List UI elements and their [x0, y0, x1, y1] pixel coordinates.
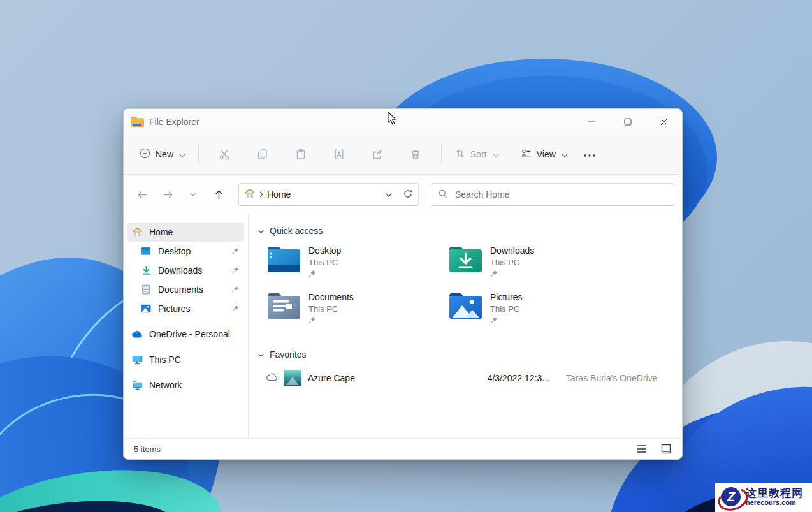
search-box[interactable]: [431, 183, 674, 206]
section-header-favorites[interactable]: Favorites: [257, 349, 676, 360]
sidebar-item-label: Downloads: [158, 265, 226, 275]
sidebar-item-label: This PC: [149, 355, 240, 365]
breadcrumb-location[interactable]: Home: [267, 189, 291, 200]
desktop-icon: [140, 245, 152, 257]
onedrive-icon: [131, 328, 143, 340]
quick-access-grid: Desktop This PC: [263, 238, 676, 332]
section-title: Favorites: [270, 349, 307, 360]
sidebar-item-documents[interactable]: Documents: [127, 280, 244, 299]
tile-name: Pictures: [490, 292, 523, 302]
address-bar[interactable]: Home: [238, 183, 419, 206]
watermark-site-name: 这里教程网: [746, 488, 803, 499]
pin-icon: [232, 246, 239, 256]
thispc-icon: [131, 354, 143, 365]
sidebar-item-thispc[interactable]: This PC: [127, 350, 244, 369]
file-date-modified: 4/3/2022 12:3...: [481, 373, 549, 383]
home-icon: [244, 188, 256, 201]
tile-desktop[interactable]: Desktop This PC: [263, 238, 444, 285]
downloads-folder-icon: [448, 244, 483, 274]
new-button-label: New: [156, 149, 173, 159]
chevron-down-icon[interactable]: [257, 349, 265, 360]
tile-name: Downloads: [490, 245, 534, 256]
minimize-button[interactable]: [573, 109, 609, 135]
sidebar-item-desktop[interactable]: Desktop: [127, 242, 244, 261]
tile-documents[interactable]: Documents This PC: [263, 285, 444, 332]
pin-icon: [490, 269, 534, 279]
watermark-badge: Z 这里教程网 herecours.com: [715, 483, 812, 512]
recent-locations-chevron[interactable]: [182, 184, 204, 205]
sidebar-item-home[interactable]: Home: [127, 223, 244, 242]
tile-location: This PC: [308, 258, 341, 267]
sidebar-item-label: Home: [149, 227, 240, 237]
search-icon: [438, 189, 448, 201]
documents-folder-icon: [266, 291, 301, 320]
address-dropdown-chevron[interactable]: [385, 189, 393, 200]
toolbar-separator: [441, 145, 442, 164]
up-button[interactable]: [208, 184, 229, 205]
pin-icon: [308, 316, 354, 326]
file-source: Taras Buria's OneDrive: [566, 373, 673, 383]
file-row-azure-cape[interactable]: Azure Cape 4/3/2022 12:3... Taras Buria'…: [263, 367, 676, 389]
home-icon: [131, 226, 143, 238]
sidebar-item-network[interactable]: Network: [127, 376, 244, 395]
command-toolbar: New: [124, 135, 682, 175]
refresh-icon[interactable]: [403, 189, 413, 201]
view-button[interactable]: View: [514, 143, 574, 166]
tile-pictures[interactable]: Pictures This PC: [444, 285, 626, 332]
large-icons-view-icon[interactable]: [658, 441, 674, 457]
title-bar[interactable]: File Explorer: [124, 109, 682, 135]
folder-app-icon: [131, 117, 144, 127]
view-button-label: View: [537, 149, 556, 159]
cloud-status-icon: [266, 373, 278, 383]
sort-arrows-icon: [454, 148, 466, 161]
tile-location: This PC: [308, 304, 354, 314]
pictures-folder-icon: [448, 291, 483, 320]
tile-location: This PC: [490, 258, 534, 267]
sort-button[interactable]: Sort: [448, 143, 505, 166]
maximize-button[interactable]: [609, 109, 646, 135]
see-more-button[interactable]: [574, 144, 605, 165]
sidebar-item-label: Pictures: [158, 304, 226, 314]
window-title: File Explorer: [149, 117, 199, 127]
file-explorer-window: File Explorer New: [123, 108, 683, 460]
chevron-down-icon[interactable]: [257, 226, 265, 236]
new-button[interactable]: New: [133, 142, 192, 166]
sidebar-item-onedrive[interactable]: OneDrive - Personal: [127, 325, 244, 344]
navigation-bar: Home: [124, 175, 682, 214]
view-list-icon: [521, 148, 532, 161]
navigation-pane: Home Desktop Downloads: [124, 214, 249, 438]
share-icon[interactable]: [363, 142, 391, 167]
delete-icon[interactable]: [402, 142, 430, 167]
rename-icon[interactable]: [325, 142, 353, 167]
tile-downloads[interactable]: Downloads This PC: [444, 238, 626, 285]
mouse-cursor: [388, 112, 398, 128]
section-title: Quick access: [270, 226, 323, 236]
items-view: Quick access: [249, 214, 682, 438]
pin-icon: [232, 304, 239, 314]
pin-icon: [232, 284, 239, 295]
paste-icon[interactable]: [287, 142, 315, 167]
copy-icon[interactable]: [249, 142, 277, 167]
chevron-down-icon: [562, 149, 568, 159]
cut-icon[interactable]: [210, 142, 238, 167]
item-count: 5 items: [134, 444, 161, 454]
watermark-site-url: herecours.com: [746, 499, 803, 507]
sidebar-item-label: OneDrive - Personal: [149, 329, 240, 339]
plus-circle-icon: [139, 147, 151, 161]
sidebar-item-downloads[interactable]: Downloads: [127, 261, 244, 280]
back-button[interactable]: [131, 184, 153, 205]
pin-icon: [232, 265, 239, 275]
section-header-quick-access[interactable]: Quick access: [257, 226, 676, 236]
tile-name: Desktop: [308, 245, 341, 256]
pin-icon: [490, 316, 523, 326]
breadcrumb-chevron-icon: [259, 189, 263, 200]
status-bar: 5 items: [124, 438, 682, 459]
search-input[interactable]: [454, 189, 667, 200]
sidebar-item-label: Network: [149, 380, 240, 390]
details-view-icon[interactable]: [634, 441, 650, 457]
forward-button[interactable]: [157, 184, 178, 205]
sidebar-item-pictures[interactable]: Pictures: [127, 299, 244, 318]
tile-location: This PC: [490, 304, 523, 314]
pictures-icon: [140, 303, 152, 314]
close-button[interactable]: [646, 109, 682, 135]
